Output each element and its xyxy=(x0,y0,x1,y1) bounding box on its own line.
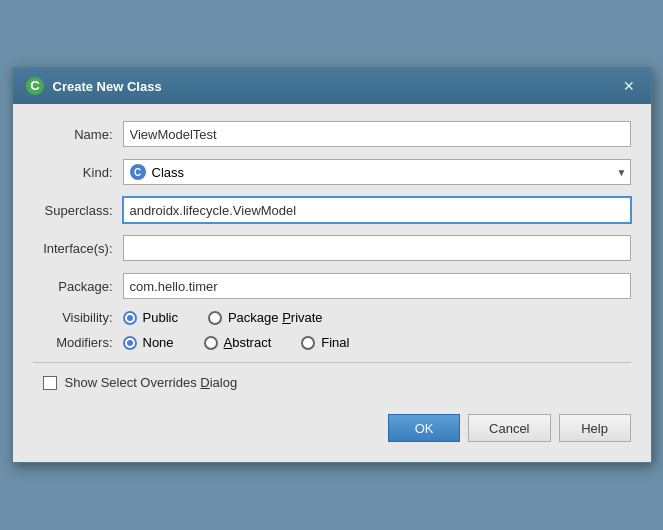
visibility-options: Public Package Private xyxy=(123,310,631,325)
superclass-row: Superclass: xyxy=(33,196,631,224)
modifier-abstract-option[interactable]: Abstract xyxy=(204,335,272,350)
package-row: Package: xyxy=(33,272,631,300)
superclass-label: Superclass: xyxy=(33,203,123,218)
superclass-input[interactable] xyxy=(123,197,631,223)
visibility-label: Visibility: xyxy=(33,310,123,325)
kind-row: Kind: Class C Class ▼ xyxy=(33,158,631,186)
title-bar-left: C Create New Class xyxy=(25,76,162,96)
dialog-body: Name: Kind: Class C Class ▼ Superclass: xyxy=(13,104,651,462)
title-bar: C Create New Class ✕ xyxy=(13,68,651,104)
visibility-public-radio[interactable] xyxy=(123,311,137,325)
ok-button[interactable]: OK xyxy=(388,414,460,442)
visibility-public-option[interactable]: Public xyxy=(123,310,178,325)
help-button[interactable]: Help xyxy=(559,414,631,442)
modifier-none-option[interactable]: None xyxy=(123,335,174,350)
visibility-package-private-option[interactable]: Package Private xyxy=(208,310,323,325)
modifier-abstract-radio[interactable] xyxy=(204,336,218,350)
modifiers-options: None Abstract Final xyxy=(123,335,631,350)
name-input[interactable] xyxy=(123,121,631,147)
visibility-row: Visibility: Public Package Private xyxy=(33,310,631,325)
visibility-package-private-label: Package Private xyxy=(228,310,323,325)
name-label: Name: xyxy=(33,127,123,142)
modifiers-row: Modifiers: None Abstract Final xyxy=(33,335,631,350)
checkbox-row: Show Select Overrides Dialog xyxy=(33,375,631,390)
modifier-final-radio[interactable] xyxy=(301,336,315,350)
name-row: Name: xyxy=(33,120,631,148)
button-row: OK Cancel Help xyxy=(33,402,631,446)
package-label: Package: xyxy=(33,279,123,294)
package-input[interactable] xyxy=(123,273,631,299)
close-button[interactable]: ✕ xyxy=(619,76,639,96)
cancel-button[interactable]: Cancel xyxy=(468,414,550,442)
divider xyxy=(33,362,631,363)
modifier-abstract-label: Abstract xyxy=(224,335,272,350)
interfaces-row: Interface(s): xyxy=(33,234,631,262)
kind-label: Kind: xyxy=(33,165,123,180)
svg-text:C: C xyxy=(30,78,40,93)
visibility-package-private-radio[interactable] xyxy=(208,311,222,325)
visibility-public-label: Public xyxy=(143,310,178,325)
modifiers-label: Modifiers: xyxy=(33,335,123,350)
kind-select-wrapper[interactable]: Class C Class ▼ xyxy=(123,159,631,185)
dialog-title: Create New Class xyxy=(53,79,162,94)
show-overrides-label: Show Select Overrides Dialog xyxy=(65,375,238,390)
create-class-dialog: C Create New Class ✕ Name: Kind: Class C… xyxy=(12,67,652,463)
show-overrides-checkbox[interactable] xyxy=(43,376,57,390)
modifier-none-label: None xyxy=(143,335,174,350)
interfaces-input[interactable] xyxy=(123,235,631,261)
modifier-final-option[interactable]: Final xyxy=(301,335,349,350)
interfaces-label: Interface(s): xyxy=(33,241,123,256)
modifier-final-label: Final xyxy=(321,335,349,350)
dialog-icon: C xyxy=(25,76,45,96)
modifier-none-radio[interactable] xyxy=(123,336,137,350)
